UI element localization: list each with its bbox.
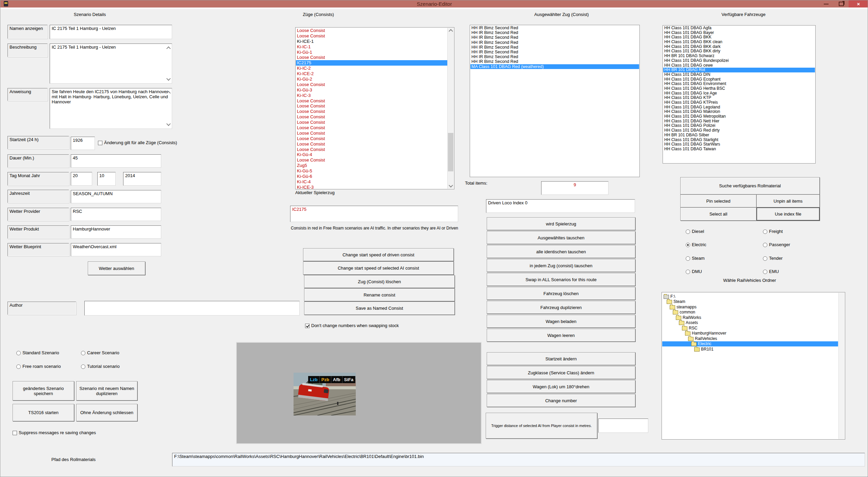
search-rollmaterial-button[interactable]: Suche verfügbares Rollmaterial bbox=[680, 177, 820, 194]
apply-all-checkbox[interactable] bbox=[98, 141, 102, 145]
duration-input[interactable]: 45 bbox=[71, 154, 161, 168]
vehicle-item[interactable]: HH Class 101 DBAG Legoland bbox=[663, 105, 815, 110]
starttime-input[interactable]: 1926 bbox=[71, 137, 95, 150]
tree-item[interactable]: Steam bbox=[662, 299, 838, 305]
use-index-file-button[interactable]: Use index file bbox=[756, 207, 820, 221]
career-scenario-radio[interactable] bbox=[81, 351, 85, 355]
tree-item[interactable]: RailWorks bbox=[662, 315, 838, 320]
vehicle-item[interactable]: HH Class 101 DBAG BKK dark bbox=[663, 45, 815, 49]
selected-consist-item[interactable]: HH IR Bimz Second Red bbox=[470, 59, 639, 64]
maximize-button[interactable] bbox=[834, 0, 849, 7]
swap-selected-button[interactable]: Ausgewähltes tauschen bbox=[487, 231, 635, 244]
tree-item[interactable]: steamapps bbox=[662, 304, 838, 310]
close-button[interactable]: × bbox=[849, 0, 868, 7]
change-number-button[interactable]: Change number bbox=[487, 394, 635, 407]
tree-item[interactable]: F:\ bbox=[662, 294, 838, 299]
scroll-down-icon[interactable] bbox=[448, 183, 454, 189]
vehicle-item[interactable]: HH Class 101 DBAG Polizei bbox=[663, 123, 815, 128]
tree-item[interactable]: Electric bbox=[662, 341, 838, 347]
suppress-messages-checkbox[interactable] bbox=[13, 431, 17, 435]
rename-consist-button[interactable]: Rename consist bbox=[304, 288, 455, 301]
consist-item[interactable]: Loose Consist bbox=[296, 28, 448, 33]
consist-item[interactable]: Ki-Gü-5 bbox=[296, 168, 448, 174]
choose-weather-button[interactable]: Wetter auswählen bbox=[88, 261, 145, 275]
vehicle-item[interactable]: HH Class 101 DBAG Makrolon bbox=[663, 109, 815, 114]
weather-product-input[interactable]: HamburgHannover bbox=[71, 225, 161, 239]
scroll-up-icon[interactable] bbox=[167, 91, 170, 94]
consist-item[interactable]: Ki-IC-4 bbox=[296, 179, 448, 185]
dmu-radio[interactable] bbox=[686, 270, 690, 274]
driven-loco-index-field[interactable]: Driven Loco Index 0 bbox=[486, 199, 635, 213]
selected-consist-item[interactable]: HH IR Bimz Second Red bbox=[470, 25, 639, 30]
vehicle-item[interactable]: HH Class 101 DBAG BKK dirty bbox=[663, 49, 815, 54]
consist-item[interactable]: Ki-IC-1 bbox=[296, 44, 448, 50]
consist-item[interactable]: Loose Consist bbox=[296, 125, 448, 131]
diesel-radio[interactable] bbox=[686, 229, 690, 234]
season-input[interactable]: SEASON_AUTUMN bbox=[71, 190, 161, 203]
empty-wagon-button[interactable]: Wagen leeren bbox=[487, 329, 635, 342]
vehicle-item[interactable]: HH Class 101 DBAG KTPreis bbox=[663, 100, 815, 105]
load-wagon-button[interactable]: Wagen beladen bbox=[487, 315, 635, 328]
month-input[interactable]: 10 bbox=[97, 172, 116, 186]
consist-item[interactable]: Zug5 bbox=[296, 163, 448, 168]
minimize-button[interactable] bbox=[819, 0, 834, 7]
change-starttime-button[interactable]: Startzeit ändern bbox=[487, 352, 635, 365]
vehicle-item[interactable]: HH Class 101 DBAG BKK clean bbox=[663, 40, 815, 45]
instruction-input[interactable]: Sie fahren Heute den IC2175 von Hamburg … bbox=[50, 88, 172, 129]
current-player-train-field[interactable]: IC2175 bbox=[290, 206, 458, 222]
vehicle-item[interactable]: HH Class 101 DBAG cewe bbox=[663, 63, 815, 68]
selected-consist-item[interactable]: HH IR Bimz Second Red bbox=[470, 35, 639, 40]
duplicate-vehicle-button[interactable]: Fahrzeug duplizieren bbox=[487, 301, 635, 314]
scroll-down-icon[interactable] bbox=[167, 78, 170, 81]
swap-all-scenarios-button[interactable]: Swap in ALL Scenarios for this route bbox=[487, 273, 635, 286]
path-value-field[interactable]: F:\Steam\steamapps\common\RailWorks\Asse… bbox=[172, 453, 865, 466]
tree-scrollbar[interactable] bbox=[838, 293, 845, 439]
duplicate-scenario-button[interactable]: Szenario mit neuem Namen duplizieren bbox=[76, 381, 137, 401]
vehicle-item[interactable]: HH Class 101 DBAG Hertha BSC bbox=[663, 86, 815, 91]
tree-item[interactable]: HamburgHannover bbox=[662, 331, 838, 336]
vehicle-item[interactable]: HH Class 101 DBAG Nett Hier bbox=[663, 119, 815, 124]
consist-item[interactable]: Loose Consist bbox=[296, 141, 448, 147]
name-input[interactable]: IC 2175 Teil 1 Hamburg - Uelzen bbox=[50, 25, 172, 39]
close-nochange-button[interactable]: Ohne Änderung schliessen bbox=[76, 404, 137, 421]
tree-item[interactable]: RailVehicles bbox=[662, 336, 838, 341]
electric-radio[interactable] bbox=[686, 243, 690, 247]
scrollbar-thumb[interactable] bbox=[448, 133, 453, 171]
unpin-all-button[interactable]: Unpin all items bbox=[756, 194, 820, 207]
consist-item[interactable]: Loose Consist bbox=[296, 157, 448, 163]
consist-item[interactable]: Ki-Gü-3 bbox=[296, 87, 448, 93]
change-ai-speed-button[interactable]: Change start speed of selected AI consis… bbox=[303, 261, 454, 275]
consist-item[interactable]: Ki-Gü-4 bbox=[296, 152, 448, 157]
selected-consist-item[interactable]: MA Class 101 DBAG Red (weathered) bbox=[470, 64, 639, 69]
passenger-radio[interactable] bbox=[763, 243, 767, 247]
tree-item[interactable]: RSC bbox=[662, 325, 838, 331]
consist-item[interactable]: Loose Consist bbox=[296, 98, 448, 104]
change-driven-speed-button[interactable]: Change start speed of driven consist bbox=[303, 248, 454, 261]
delete-vehicle-button[interactable]: Fahrzeug löschen bbox=[487, 287, 635, 300]
tutorial-scenario-radio[interactable] bbox=[81, 364, 85, 369]
consist-item[interactable]: Ki-ICE-2 bbox=[296, 71, 448, 76]
description-input[interactable]: IC 2175 Teil 1 Hamburg - Uelzen bbox=[50, 44, 172, 84]
tree-item[interactable]: common bbox=[662, 310, 838, 315]
standard-szenario-radio[interactable] bbox=[16, 351, 21, 355]
consist-item[interactable]: Loose Consist bbox=[296, 103, 448, 109]
vehicle-item[interactable]: HH Class 101 DBAG Starlight bbox=[663, 138, 815, 142]
vehicle-item[interactable]: HH BR 101 DBAG Silber bbox=[663, 133, 815, 138]
consist-item[interactable]: Ki-ICE-1 bbox=[296, 39, 448, 44]
tree-item[interactable]: BR101 bbox=[662, 346, 838, 352]
tree-item[interactable]: Assets bbox=[662, 320, 838, 326]
swap-identical-button[interactable]: alle identischen tauschen bbox=[487, 245, 635, 258]
consist-item[interactable]: Loose Consist bbox=[296, 33, 448, 39]
selected-consist-item[interactable]: HH IR Bimz Second Red bbox=[470, 30, 639, 35]
weather-provider-input[interactable]: RSC bbox=[71, 208, 161, 221]
save-named-consist-button[interactable]: Save as Named Consist bbox=[304, 302, 455, 315]
rotate-vehicle-button[interactable]: Wagen (Lok) um 180°drehen bbox=[487, 380, 635, 393]
day-input[interactable]: 20 bbox=[71, 172, 92, 186]
save-scenario-button[interactable]: geändertes Szenario speichern bbox=[13, 381, 74, 401]
trigger-distance-button[interactable]: Trigger distance of selected AI from Pla… bbox=[486, 413, 597, 439]
selected-consist-item[interactable]: HH IR Bimz Second Red bbox=[470, 54, 639, 59]
consist-item[interactable]: Ki-Gü-6 bbox=[296, 174, 448, 179]
vehicle-item[interactable]: HH BR 101 DBAG Rot bbox=[663, 68, 815, 72]
pin-selected-button[interactable]: Pin selected bbox=[680, 194, 756, 207]
vehicle-item[interactable]: HH Class 101 DBAG StarWars bbox=[663, 142, 815, 147]
